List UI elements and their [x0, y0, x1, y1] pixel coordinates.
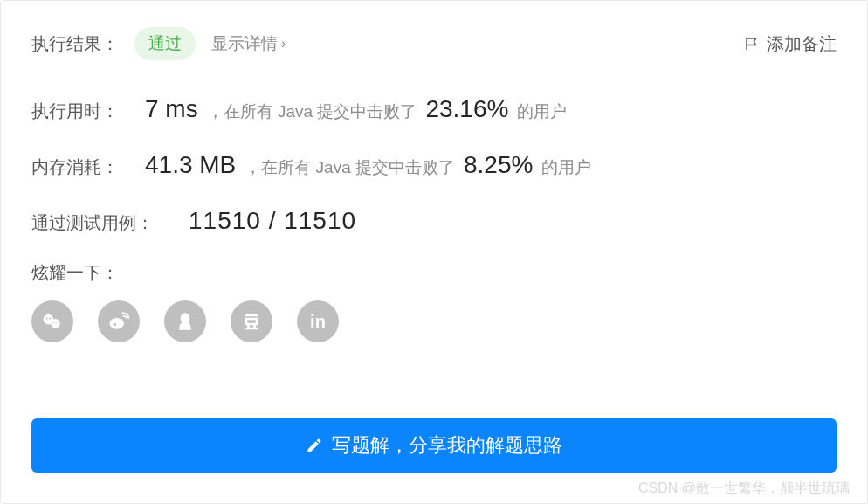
memory-percent: 8.25% — [464, 151, 533, 179]
watermark: CSDN @散一世繁华，颠半世琉璃 — [638, 480, 850, 498]
add-note-button[interactable]: 添加备注 — [744, 32, 837, 56]
result-panel: 执行结果： 通过 显示详情 › 添加备注 执行用时： 7 ms ，在所有 Jav… — [0, 0, 868, 504]
share-icons: in — [31, 300, 837, 342]
qq-share-button[interactable] — [164, 300, 206, 342]
linkedin-icon: in — [310, 312, 326, 332]
weibo-share-button[interactable] — [98, 300, 140, 342]
douban-share-button[interactable] — [231, 300, 272, 342]
runtime-suffix: 的用户 — [517, 100, 567, 123]
share-label: 炫耀一下： — [31, 261, 837, 285]
svg-rect-13 — [246, 319, 257, 324]
svg-line-16 — [254, 324, 255, 328]
chevron-right-icon: › — [281, 36, 286, 52]
show-details-link[interactable]: 显示详情 › — [211, 32, 286, 55]
svg-point-4 — [53, 321, 54, 322]
memory-prefix: ，在所有 Java 提交中击败了 — [245, 156, 455, 179]
memory-suffix: 的用户 — [541, 156, 591, 179]
header-row: 执行结果： 通过 显示详情 › 添加备注 — [31, 27, 837, 60]
svg-point-2 — [46, 318, 48, 320]
runtime-value: 7 ms — [145, 95, 198, 123]
write-solution-text: 写题解，分享我的解题思路 — [332, 432, 562, 459]
memory-row: 内存消耗： 41.3 MB ，在所有 Java 提交中击败了 8.25% 的用户 — [31, 151, 837, 179]
result-label: 执行结果： — [31, 32, 119, 56]
svg-point-11 — [187, 328, 191, 330]
svg-point-1 — [51, 319, 60, 328]
write-solution-button[interactable]: 写题解，分享我的解题思路 — [31, 418, 837, 473]
share-section: 炫耀一下： — [31, 261, 837, 342]
pencil-icon — [306, 437, 323, 454]
status-badge: 通过 — [134, 27, 196, 60]
header-left: 执行结果： 通过 显示详情 › — [31, 27, 286, 60]
svg-point-5 — [57, 321, 58, 322]
svg-point-6 — [110, 318, 124, 329]
flag-icon — [744, 36, 760, 52]
memory-label: 内存消耗： — [31, 155, 119, 179]
linkedin-share-button[interactable]: in — [297, 300, 339, 342]
wechat-share-button[interactable] — [31, 300, 73, 342]
svg-point-10 — [179, 328, 183, 330]
wechat-icon — [40, 309, 65, 334]
runtime-row: 执行用时： 7 ms ，在所有 Java 提交中击败了 23.16% 的用户 — [31, 95, 837, 123]
svg-point-3 — [49, 318, 51, 320]
testcase-value: 11510 / 11510 — [189, 207, 356, 235]
testcase-row: 通过测试用例： 11510 / 11510 — [31, 207, 837, 235]
runtime-prefix: ，在所有 Java 提交中击败了 — [207, 100, 417, 123]
memory-value: 41.3 MB — [145, 151, 236, 179]
testcase-label: 通过测试用例： — [31, 211, 154, 235]
svg-point-7 — [114, 323, 117, 327]
weibo-icon — [107, 309, 131, 334]
svg-line-15 — [248, 324, 249, 328]
runtime-percent: 23.16% — [425, 95, 508, 123]
qq-icon — [174, 310, 196, 333]
add-note-text: 添加备注 — [767, 32, 837, 56]
runtime-label: 执行用时： — [31, 100, 119, 123]
douban-icon — [241, 311, 262, 332]
show-details-text: 显示详情 — [211, 32, 278, 55]
